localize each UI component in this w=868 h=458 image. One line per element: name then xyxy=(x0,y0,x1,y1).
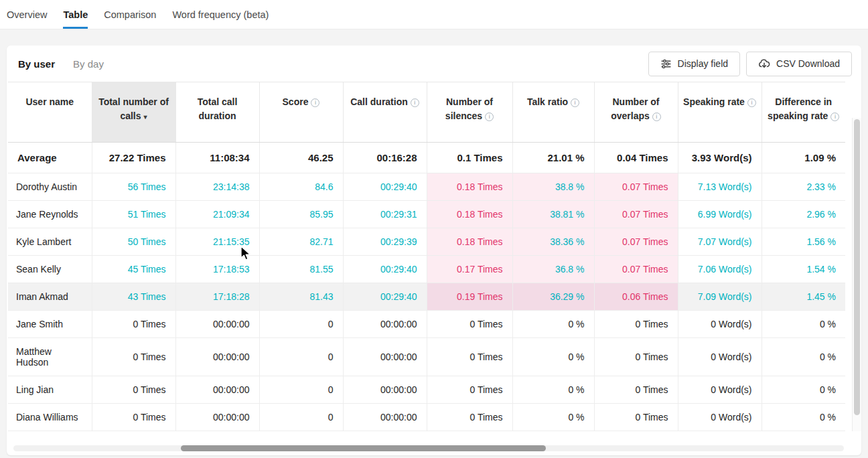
column-header-talk-ratio[interactable]: Talk ratioi xyxy=(512,82,594,143)
horizontal-scrollbar-thumb[interactable] xyxy=(181,445,546,451)
cell-value: 56 Times xyxy=(92,173,175,201)
cell-user-name: Iman Akmad xyxy=(8,283,92,311)
csv-download-label: CSV Download xyxy=(776,58,840,69)
cell-value: 21:15:35 xyxy=(175,228,259,256)
cell-value: 0 % xyxy=(512,338,594,376)
horizontal-scrollbar[interactable] xyxy=(13,445,844,451)
cell-value: 0 Times xyxy=(427,376,512,404)
cell-value: 17:18:53 xyxy=(175,256,259,283)
cell-value: 00:29:31 xyxy=(343,201,427,228)
table-row[interactable]: Iman Akmad43 Times17:18:2881.4300:29:400… xyxy=(8,283,845,311)
table-row[interactable]: Dorothy Austin56 Times23:14:3884.600:29:… xyxy=(8,173,845,201)
table-row[interactable]: Jane Reynolds51 Times21:09:3485.9500:29:… xyxy=(8,201,845,228)
info-icon[interactable]: i xyxy=(485,112,494,121)
column-header-difference-in-speaking-rate[interactable]: Difference in speaking ratei xyxy=(762,82,845,143)
cell-value: 00:00:00 xyxy=(175,311,259,338)
info-icon[interactable]: i xyxy=(571,98,579,107)
table-row[interactable]: Jane Smith0 Times00:00:00000:00:000 Time… xyxy=(8,311,845,338)
cell-value: 00:00:00 xyxy=(175,338,259,376)
cell-value: 0 xyxy=(259,404,343,431)
cell-value: 0 Word(s) xyxy=(678,376,762,404)
column-header-total-call-duration[interactable]: Total call duration xyxy=(175,82,259,143)
tab-comparison[interactable]: Comparison xyxy=(104,0,156,29)
analytics-table: User nameTotal number of calls▾Total cal… xyxy=(8,82,845,431)
average-row: Average27.22 Times11:08:3446.2500:16:280… xyxy=(8,143,845,173)
column-label: Speaking rate xyxy=(683,96,745,107)
column-header-score[interactable]: Scorei xyxy=(259,82,343,143)
cell-value: 2.96 % xyxy=(762,201,845,228)
column-label: Total call duration xyxy=(198,96,238,121)
cell-value: 43 Times xyxy=(92,283,175,311)
column-label: Talk ratio xyxy=(527,96,568,107)
sort-caret-icon[interactable]: ▾ xyxy=(144,113,147,121)
cell-value: 0 % xyxy=(512,376,594,404)
cell-value: 0.04 Times xyxy=(594,143,678,173)
cell-value: 38.8 % xyxy=(512,173,594,201)
cell-value: 7.06 Word(s) xyxy=(678,256,762,283)
info-icon[interactable]: i xyxy=(830,112,839,121)
toolbar-actions: Display field CSV Download xyxy=(648,52,852,76)
cell-value: 21:09:34 xyxy=(175,201,259,228)
info-icon[interactable]: i xyxy=(652,112,661,121)
cell-value: 00:00:00 xyxy=(175,404,259,431)
cell-user-name: Kyle Lambert xyxy=(8,228,92,256)
vertical-scrollbar[interactable] xyxy=(852,118,861,431)
table-row[interactable]: Diana Williams0 Times00:00:00000:00:000 … xyxy=(8,404,845,431)
cell-value: 0 Word(s) xyxy=(678,404,762,431)
tab-word-frequency[interactable]: Word frequency (beta) xyxy=(172,0,269,29)
cell-value: 0 Word(s) xyxy=(678,311,762,338)
table-row[interactable]: Kyle Lambert50 Times21:15:3582.7100:29:3… xyxy=(8,228,845,256)
column-label: Score xyxy=(283,96,309,107)
display-field-button[interactable]: Display field xyxy=(648,52,740,76)
cell-value: 38.81 % xyxy=(512,201,594,228)
cell-value: 0 % xyxy=(762,338,845,376)
table-row[interactable]: Matthew Hudson0 Times00:00:00000:00:000 … xyxy=(8,338,845,376)
cell-value: 00:00:00 xyxy=(343,338,427,376)
cell-value: 45 Times xyxy=(92,256,175,283)
vertical-scrollbar-thumb[interactable] xyxy=(854,119,860,415)
cell-value: 0 Word(s) xyxy=(678,338,762,376)
column-label: User name xyxy=(25,96,74,107)
sliders-icon xyxy=(660,58,672,70)
info-icon[interactable]: i xyxy=(411,98,419,107)
cell-value: 36.29 % xyxy=(512,283,594,311)
tab-table[interactable]: Table xyxy=(63,0,88,29)
cell-value: 0 Times xyxy=(594,404,678,431)
info-icon[interactable]: i xyxy=(747,98,756,107)
tab-overview[interactable]: Overview xyxy=(7,0,47,29)
view-tab-by-day[interactable]: By day xyxy=(73,58,104,70)
cell-value: 0 Times xyxy=(92,311,175,338)
cell-value: 23:14:38 xyxy=(175,173,259,201)
cell-value: 0.17 Times xyxy=(427,256,512,283)
cell-user-name: Diana Williams xyxy=(8,404,92,431)
cell-value: 1.09 % xyxy=(762,143,845,173)
cell-value: 00:29:40 xyxy=(343,283,427,311)
cell-value: 00:29:40 xyxy=(343,256,427,283)
cell-value: 0 Times xyxy=(92,404,175,431)
csv-download-button[interactable]: CSV Download xyxy=(746,52,852,76)
top-tab-bar: Overview Table Comparison Word frequency… xyxy=(0,0,868,29)
info-icon[interactable]: i xyxy=(311,98,319,107)
table-row[interactable]: Sean Kelly45 Times17:18:5381.5500:29:400… xyxy=(8,256,845,283)
column-header-user-name[interactable]: User name xyxy=(8,82,92,143)
view-tab-by-user[interactable]: By user xyxy=(18,58,55,70)
cell-value: 2.33 % xyxy=(762,173,845,201)
column-header-number-of-overlaps[interactable]: Number of overlapsi xyxy=(594,82,678,143)
cell-value: 85.95 xyxy=(259,201,343,228)
column-header-speaking-rate[interactable]: Speaking ratei xyxy=(678,82,762,143)
cell-value: 0.06 Times xyxy=(594,283,678,311)
column-header-call-duration[interactable]: Call durationi xyxy=(343,82,427,143)
cell-value: 0.07 Times xyxy=(594,201,678,228)
cell-value: 1.54 % xyxy=(762,256,845,283)
card-header: By user By day Display field CSV Downloa… xyxy=(7,46,861,82)
column-header-total-number-of-calls[interactable]: Total number of calls▾ xyxy=(92,82,175,143)
cell-value: 00:29:40 xyxy=(343,173,427,201)
table-area: User nameTotal number of calls▾Total cal… xyxy=(7,82,861,431)
column-header-number-of-silences[interactable]: Number of silencesi xyxy=(427,82,512,143)
cell-value: 81.55 xyxy=(259,256,343,283)
table-row[interactable]: Ling Jian0 Times00:00:00000:00:000 Times… xyxy=(8,376,845,404)
cell-user-name: Average xyxy=(8,143,92,173)
cell-value: 0.1 Times xyxy=(427,143,512,173)
cell-value: 0 Times xyxy=(92,338,175,376)
display-field-label: Display field xyxy=(678,58,728,69)
